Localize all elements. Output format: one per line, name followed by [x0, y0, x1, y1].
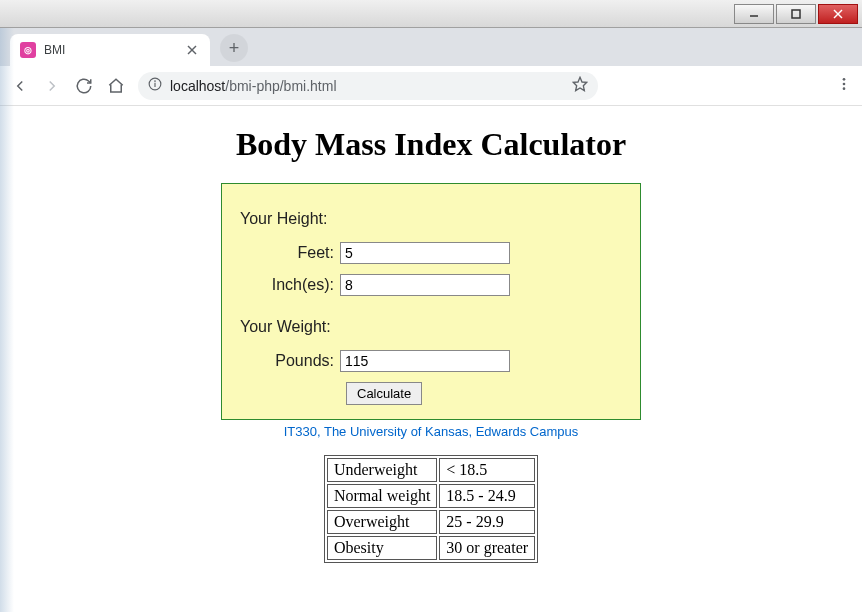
window-minimize-button[interactable]	[734, 4, 774, 24]
browser-toolbar: localhost/bmi-php/bmi.html	[0, 66, 862, 106]
svg-point-10	[843, 78, 846, 81]
bookmark-star-icon[interactable]	[572, 76, 588, 95]
forward-button[interactable]	[42, 76, 62, 96]
page-content: Body Mass Index Calculator Your Height: …	[0, 106, 862, 573]
weight-section-label: Your Weight:	[240, 318, 626, 336]
new-tab-button[interactable]: +	[220, 34, 248, 62]
table-row: Underweight< 18.5	[327, 458, 535, 482]
pounds-input[interactable]	[340, 350, 510, 372]
footer-link[interactable]: IT330, The University of Kansas, Edwards…	[284, 424, 579, 439]
bmi-category-cell: Overweight	[327, 510, 437, 534]
svg-marker-9	[573, 77, 586, 90]
bmi-range-cell: 18.5 - 24.9	[439, 484, 535, 508]
feet-label: Feet:	[236, 244, 340, 262]
svg-rect-1	[792, 10, 800, 18]
bmi-range-cell: 30 or greater	[439, 536, 535, 560]
tab-title: BMI	[44, 43, 176, 57]
bmi-category-cell: Underweight	[327, 458, 437, 482]
browser-tab[interactable]: ◎ BMI	[10, 34, 210, 66]
svg-point-11	[843, 82, 846, 85]
url-path: /bmi-php/bmi.html	[225, 78, 336, 94]
inches-label: Inch(es):	[236, 276, 340, 294]
browser-menu-button[interactable]	[836, 76, 852, 96]
url-host: localhost	[170, 78, 225, 94]
home-button[interactable]	[106, 76, 126, 96]
back-button[interactable]	[10, 76, 30, 96]
window-close-button[interactable]	[818, 4, 858, 24]
feet-input[interactable]	[340, 242, 510, 264]
table-row: Obesity30 or greater	[327, 536, 535, 560]
site-info-icon[interactable]	[148, 77, 162, 94]
table-row: Normal weight18.5 - 24.9	[327, 484, 535, 508]
svg-point-12	[843, 87, 846, 90]
bmi-category-cell: Obesity	[327, 536, 437, 560]
table-row: Overweight25 - 29.9	[327, 510, 535, 534]
bmi-form: Your Height: Feet: Inch(es): Your Weight…	[221, 183, 641, 420]
tab-favicon-icon: ◎	[20, 42, 36, 58]
window-titlebar	[0, 0, 862, 28]
bmi-range-cell: < 18.5	[439, 458, 535, 482]
page-title: Body Mass Index Calculator	[0, 126, 862, 163]
reload-button[interactable]	[74, 76, 94, 96]
calculate-button[interactable]: Calculate	[346, 382, 422, 405]
bmi-range-cell: 25 - 29.9	[439, 510, 535, 534]
height-section-label: Your Height:	[240, 210, 626, 228]
pounds-label: Pounds:	[236, 352, 340, 370]
browser-tab-strip: ◎ BMI +	[0, 28, 862, 66]
tab-close-button[interactable]	[184, 42, 200, 58]
bmi-category-cell: Normal weight	[327, 484, 437, 508]
address-bar[interactable]: localhost/bmi-php/bmi.html	[138, 72, 598, 100]
inches-input[interactable]	[340, 274, 510, 296]
footer-credit: IT330, The University of Kansas, Edwards…	[0, 424, 862, 439]
svg-point-8	[155, 81, 156, 82]
window-maximize-button[interactable]	[776, 4, 816, 24]
bmi-category-table: Underweight< 18.5Normal weight18.5 - 24.…	[324, 455, 538, 563]
